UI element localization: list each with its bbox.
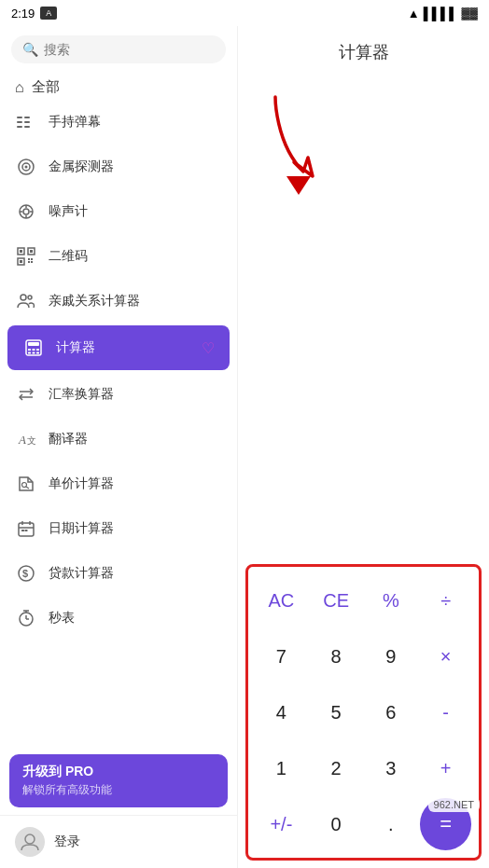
svg-rect-23 bbox=[28, 261, 30, 263]
favorite-icon[interactable]: ♡ bbox=[202, 339, 215, 357]
multiply-button[interactable]: × bbox=[420, 630, 471, 682]
svg-rect-28 bbox=[28, 342, 39, 346]
item-label: 汇率换算器 bbox=[49, 386, 222, 403]
eight-button[interactable]: 8 bbox=[311, 630, 362, 682]
svg-rect-34 bbox=[36, 352, 39, 354]
sidebar-item-handheld-curtain[interactable]: 手持弹幕 bbox=[0, 100, 237, 145]
date-icon bbox=[15, 517, 37, 540]
sidebar-item-exchange-rate[interactable]: 汇率换算器 bbox=[0, 372, 237, 417]
page-title: 计算器 bbox=[339, 43, 389, 62]
svg-rect-4 bbox=[24, 121, 30, 123]
svg-rect-21 bbox=[28, 258, 30, 260]
minus-button[interactable]: - bbox=[420, 686, 471, 738]
svg-point-26 bbox=[28, 296, 32, 299]
six-button[interactable]: 6 bbox=[366, 686, 417, 738]
zero-button[interactable]: 0 bbox=[311, 798, 362, 850]
sidebar-item-unit-price[interactable]: 单价计算器 bbox=[0, 462, 237, 506]
percent-button[interactable]: % bbox=[366, 574, 417, 627]
svg-rect-29 bbox=[28, 349, 31, 351]
translator-icon: A文 bbox=[15, 428, 37, 450]
divide-button[interactable]: ÷ bbox=[420, 574, 471, 627]
metal-detector-icon bbox=[15, 156, 37, 178]
main-layout: 🔍 ⌂ 全部 手持弹幕 金属探测器 bbox=[0, 26, 489, 868]
login-label: 登录 bbox=[54, 834, 80, 850]
svg-text:A: A bbox=[18, 433, 26, 447]
stopwatch-icon bbox=[15, 607, 37, 629]
calc-row-4: 1 2 3 + bbox=[256, 742, 471, 794]
svg-rect-31 bbox=[36, 349, 39, 351]
svg-point-8 bbox=[25, 166, 28, 169]
svg-line-38 bbox=[26, 487, 29, 489]
seven-button[interactable]: 7 bbox=[256, 630, 307, 682]
sidebar-item-date-calc[interactable]: 日期计算器 bbox=[0, 506, 237, 551]
app-icon: A bbox=[40, 7, 57, 20]
svg-rect-20 bbox=[20, 260, 22, 263]
item-label: 单价计算器 bbox=[49, 475, 222, 492]
sidebar-item-qrcode[interactable]: 二维码 bbox=[0, 234, 237, 279]
sidebar-item-metal-detector[interactable]: 金属探测器 bbox=[0, 145, 237, 189]
status-time: 2:19 A bbox=[11, 7, 57, 21]
svg-rect-32 bbox=[28, 352, 31, 354]
calculator-box: AC CE % ÷ 7 8 9 × 4 5 6 - 1 2 bbox=[245, 564, 482, 861]
calc-row-2: 7 8 9 × bbox=[256, 630, 471, 682]
section-label: 全部 bbox=[32, 78, 60, 96]
calc-row-3: 4 5 6 - bbox=[256, 686, 471, 738]
search-bar[interactable]: 🔍 bbox=[11, 35, 226, 63]
item-label: 手持弹幕 bbox=[49, 114, 222, 131]
plus-button[interactable]: + bbox=[420, 742, 471, 794]
svg-rect-18 bbox=[20, 250, 22, 253]
battery-icon: ▓▓ bbox=[462, 7, 479, 20]
sidebar-item-noise-meter[interactable]: 噪声计 bbox=[0, 189, 237, 234]
qrcode-icon bbox=[15, 245, 37, 268]
content-area: 计算器 AC CE % ÷ 7 8 9 × bbox=[238, 26, 489, 868]
ac-button[interactable]: AC bbox=[256, 574, 307, 627]
upgrade-banner[interactable]: 升级到 PRO 解锁所有高级功能 bbox=[9, 754, 228, 807]
item-label: 秒表 bbox=[49, 610, 222, 627]
five-button[interactable]: 5 bbox=[311, 686, 362, 738]
sidebar-item-stopwatch[interactable]: 秒表 bbox=[0, 596, 237, 641]
svg-rect-44 bbox=[25, 530, 28, 531]
svg-rect-2 bbox=[17, 126, 22, 128]
two-button[interactable]: 2 bbox=[311, 742, 362, 794]
svg-rect-43 bbox=[21, 530, 24, 531]
three-button[interactable]: 3 bbox=[366, 742, 417, 794]
svg-rect-1 bbox=[17, 121, 22, 123]
item-label: 亲戚关系计算器 bbox=[49, 293, 222, 310]
red-arrow bbox=[257, 88, 341, 209]
calculator-icon bbox=[22, 337, 45, 359]
relationship-icon bbox=[15, 290, 37, 312]
search-input[interactable] bbox=[44, 42, 215, 57]
svg-point-37 bbox=[22, 483, 27, 488]
sidebar-item-relationship-calc[interactable]: 亲戚关系计算器 bbox=[0, 279, 237, 324]
calc-row-1: AC CE % ÷ bbox=[256, 574, 471, 627]
upgrade-subtitle: 解锁所有高级功能 bbox=[22, 782, 215, 798]
watermark-text: 962.NET bbox=[434, 799, 474, 810]
plusminus-button[interactable]: +/- bbox=[256, 798, 307, 850]
item-label: 噪声计 bbox=[49, 203, 222, 220]
ce-button[interactable]: CE bbox=[311, 574, 362, 627]
svg-rect-0 bbox=[17, 117, 22, 118]
search-icon: 🔍 bbox=[22, 42, 38, 57]
sidebar-item-calculator[interactable]: 计算器 ♡ bbox=[7, 325, 230, 370]
item-label: 二维码 bbox=[49, 248, 222, 265]
exchange-icon bbox=[15, 383, 37, 406]
item-label: 翻译器 bbox=[49, 431, 222, 448]
svg-rect-3 bbox=[24, 117, 30, 118]
item-label: 金属探测器 bbox=[49, 158, 222, 175]
svg-rect-19 bbox=[30, 250, 33, 253]
four-button[interactable]: 4 bbox=[256, 686, 307, 738]
svg-point-25 bbox=[21, 295, 26, 300]
svg-rect-33 bbox=[33, 352, 35, 354]
noise-meter-icon bbox=[15, 200, 37, 223]
sidebar-item-loan-calc[interactable]: $ 贷款计算器 bbox=[0, 551, 237, 596]
svg-rect-5 bbox=[24, 126, 30, 128]
dot-button[interactable]: . bbox=[366, 798, 417, 850]
avatar bbox=[15, 827, 45, 857]
item-label: 贷款计算器 bbox=[49, 565, 222, 582]
status-icons: ▲ ▌▌▌▌ ▓▓ bbox=[408, 7, 478, 21]
nine-button[interactable]: 9 bbox=[366, 630, 417, 682]
sidebar-item-translator[interactable]: A文 翻译器 bbox=[0, 417, 237, 462]
login-row[interactable]: 登录 bbox=[0, 815, 237, 868]
one-button[interactable]: 1 bbox=[256, 742, 307, 794]
svg-text:文: 文 bbox=[27, 435, 35, 446]
